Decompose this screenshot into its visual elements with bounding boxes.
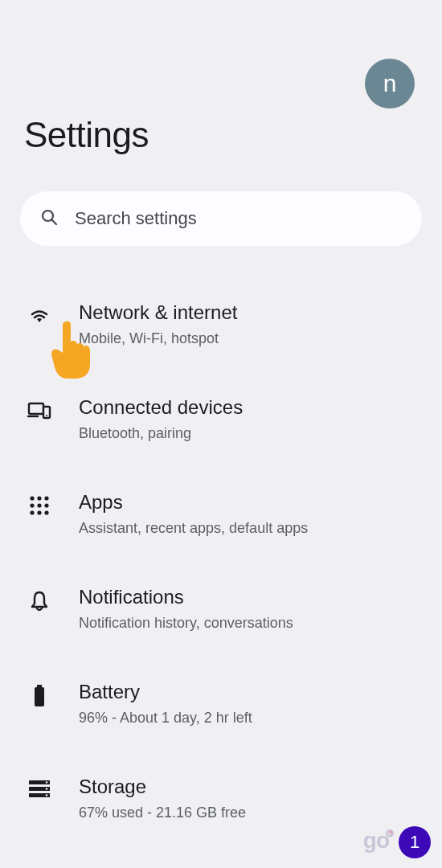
item-title: Notifications [79,585,426,609]
storage-icon [0,775,79,799]
svg-point-18 [46,781,48,784]
settings-item-storage[interactable]: Storage 67% used - 21.16 GB free [0,759,442,839]
svg-point-12 [30,510,34,514]
svg-point-4 [46,415,47,416]
svg-point-11 [44,503,48,507]
item-title: Storage [79,775,426,799]
avatar-initial: n [383,70,397,97]
svg-point-14 [44,510,48,514]
svg-point-13 [37,510,41,514]
svg-rect-15 [37,685,42,687]
item-subtitle: Mobile, Wi-Fi, hotspot [79,330,426,348]
notification-badge[interactable]: 1 [399,826,431,858]
item-subtitle: Assistant, recent apps, default apps [79,519,426,538]
page-title: Settings [24,115,418,155]
search-input[interactable]: Search settings [20,191,422,246]
svg-point-9 [30,503,34,507]
bell-icon [0,585,79,612]
svg-line-1 [52,220,57,225]
settings-item-notifications[interactable]: Notifications Notification history, conv… [0,569,442,649]
svg-point-20 [46,788,48,790]
badge-count: 1 [410,832,419,853]
svg-point-8 [44,496,48,500]
watermark-logo: go [363,828,394,854]
item-title: Network & internet [79,301,426,325]
item-subtitle: 67% used - 21.16 GB free [79,804,426,822]
settings-item-connected[interactable]: Connected devices Bluetooth, pairing [0,379,442,460]
svg-point-10 [37,503,41,507]
item-subtitle: Notification history, conversations [79,614,426,633]
settings-item-battery[interactable]: Battery 96% - About 1 day, 2 hr left [0,664,442,744]
svg-point-6 [30,496,34,500]
svg-rect-16 [35,687,44,706]
apps-icon [0,490,79,516]
devices-icon [0,395,79,420]
tutorial-pointer-icon [47,317,98,385]
settings-item-sound[interactable]: Sound & vibration [0,854,442,868]
search-placeholder: Search settings [75,208,197,229]
item-title: Connected devices [79,395,426,420]
item-title: Apps [79,490,426,514]
item-subtitle: Bluetooth, pairing [79,424,426,443]
battery-icon [0,680,79,707]
item-subtitle: 96% - About 1 day, 2 hr left [79,709,426,727]
item-title: Battery [79,680,426,704]
svg-point-7 [37,496,41,500]
settings-item-apps[interactable]: Apps Assistant, recent apps, default app… [0,474,442,555]
avatar[interactable]: n [365,59,415,108]
search-icon [39,207,59,230]
svg-point-22 [46,794,48,796]
svg-rect-2 [29,403,43,414]
